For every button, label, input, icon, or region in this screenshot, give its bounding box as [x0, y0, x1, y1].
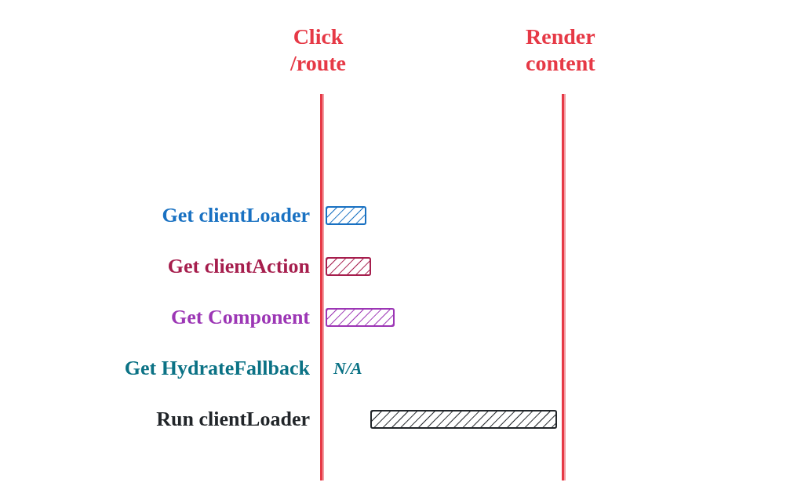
label-get-hydratefallback: Get HydrateFallback [125, 357, 310, 380]
row-get-component: Get Component [0, 302, 812, 333]
label-run-clientloader: Run clientLoader [156, 408, 310, 431]
hatch-icon [327, 310, 393, 325]
bar-run-clientloader [370, 410, 557, 429]
label-get-component: Get Component [171, 306, 310, 329]
label-get-clientloader: Get clientLoader [162, 204, 310, 227]
header-render-content: Render content [526, 24, 595, 76]
svg-rect-3 [327, 259, 370, 274]
hatch-icon [372, 412, 555, 427]
svg-rect-7 [372, 412, 555, 427]
label-get-clientaction: Get clientAction [168, 255, 310, 278]
bar-get-clientaction [326, 257, 371, 276]
na-text: N/A [333, 358, 362, 379]
row-get-clientaction: Get clientAction [0, 251, 812, 282]
row-run-clientloader: Run clientLoader [0, 404, 812, 435]
bar-get-clientloader [326, 206, 366, 225]
bar-get-component [326, 308, 395, 327]
svg-rect-5 [327, 310, 393, 325]
svg-rect-1 [327, 208, 365, 223]
header-click-route: Click /route [290, 24, 346, 76]
hatch-icon [327, 208, 365, 223]
row-get-clientloader: Get clientLoader [0, 200, 812, 231]
row-get-hydratefallback: Get HydrateFallback N/A [0, 353, 812, 384]
hatch-icon [327, 259, 370, 274]
